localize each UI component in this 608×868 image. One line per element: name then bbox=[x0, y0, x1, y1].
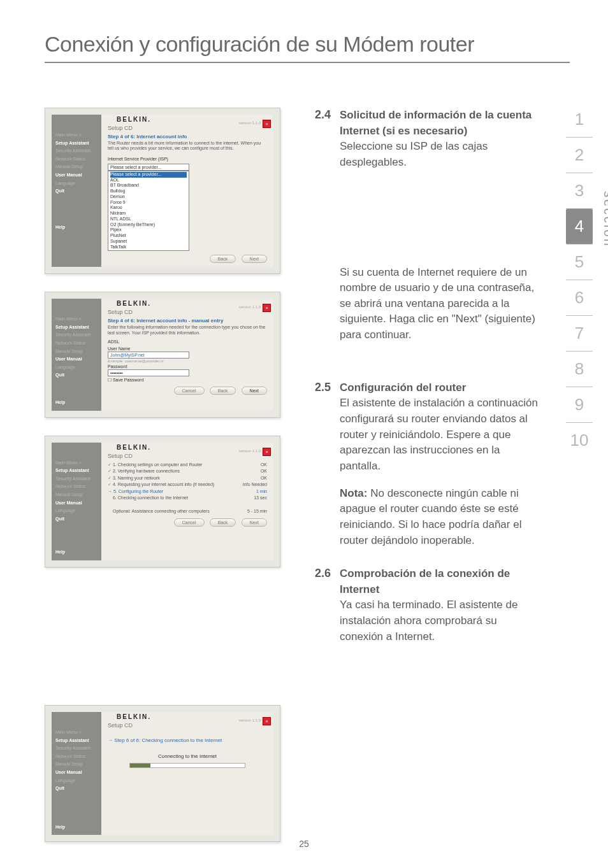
isp-opt-12[interactable]: Supanet bbox=[110, 239, 187, 245]
cancel-button[interactable]: Cancel bbox=[174, 518, 205, 527]
section-2-4-cont: Si su cuenta de Internet requiere de un … bbox=[309, 265, 538, 343]
isp-opt-9[interactable]: O2 (formerly BeThere) bbox=[110, 222, 187, 228]
brand-logo: BELKIN. bbox=[117, 116, 151, 123]
sb-network: Network Status bbox=[55, 339, 98, 348]
chapter-10: 10 bbox=[566, 423, 593, 458]
isp-opt-5[interactable]: Force 9 bbox=[110, 200, 187, 206]
isp-opt-0[interactable]: Please select a provider... bbox=[110, 172, 187, 178]
chapter-strip: 1 2 3 4 5 6 7 8 9 10 sección bbox=[566, 102, 593, 458]
back-button[interactable]: Back bbox=[210, 387, 236, 395]
next-button[interactable]: Next bbox=[242, 387, 267, 395]
screenshot-manual-entry: Main Menu > Setup Assistant Security Ass… bbox=[45, 292, 280, 417]
row3-text: 3. Naming your network bbox=[113, 476, 160, 480]
chapter-1: 1 bbox=[566, 102, 593, 138]
next-button[interactable]: Next bbox=[242, 518, 267, 527]
row5-text: 5. Configuring the Router bbox=[113, 489, 163, 494]
step-title: Step 4 of 6: Internet account info bbox=[108, 134, 267, 139]
chapter-6: 6 bbox=[566, 280, 593, 316]
sb-security: Security Assistant bbox=[55, 331, 98, 339]
isp-opt-7[interactable]: Nildram bbox=[110, 211, 187, 217]
chapter-7: 7 bbox=[566, 316, 593, 352]
section-heading: Comprobación de la conexión de Internet bbox=[340, 567, 510, 595]
section-heading: Configuración del router bbox=[340, 381, 466, 394]
note-label: Nota: bbox=[340, 487, 367, 499]
save-password-label: Save Password bbox=[113, 378, 144, 382]
section-number: 2.6 bbox=[309, 566, 331, 644]
setup-cd-header: Setup CD bbox=[108, 309, 267, 315]
sb-quit: Quit bbox=[55, 371, 98, 380]
step-desc: The Router needs a bit more information … bbox=[108, 141, 267, 152]
row-optional-status: 5 - 15 min bbox=[247, 508, 267, 515]
setup-cd-header: Setup CD bbox=[108, 125, 267, 131]
screenshot-progress: Main Menu > Setup Assistant Security Ass… bbox=[45, 436, 280, 567]
sb-setup-assistant: Setup Assistant bbox=[55, 737, 98, 745]
sb-language: Language bbox=[55, 507, 98, 515]
row1-text: 1. Checking settings on computer and Rou… bbox=[113, 462, 202, 467]
row4-status: Info Needed bbox=[243, 481, 267, 488]
sb-help: Help bbox=[55, 548, 98, 557]
back-button[interactable]: Back bbox=[210, 255, 236, 263]
sb-help: Help bbox=[55, 224, 98, 232]
close-icon[interactable]: × bbox=[263, 304, 271, 312]
sb-manual: Manual Setup bbox=[55, 348, 98, 356]
sb-network: Network Status bbox=[55, 155, 98, 164]
isp-opt-4[interactable]: Demon bbox=[110, 194, 187, 200]
step-desc: Enter the following information needed f… bbox=[108, 325, 267, 336]
chapter-5: 5 bbox=[566, 245, 593, 280]
close-icon[interactable]: × bbox=[263, 448, 271, 456]
isp-opt-8[interactable]: NTL ADSL bbox=[110, 217, 187, 222]
username-label: User Name bbox=[108, 346, 267, 351]
next-button[interactable]: Next bbox=[242, 255, 267, 263]
row2-status: OK bbox=[261, 468, 267, 475]
progress-bar bbox=[129, 763, 245, 768]
brand-logo: BELKIN. bbox=[117, 444, 151, 451]
isp-opt-13[interactable]: TalkTalk bbox=[110, 245, 187, 250]
version-label: version 1.1.0 bbox=[239, 449, 261, 453]
connecting-label: Connecting to the Internet bbox=[108, 753, 267, 759]
sb-user-manual: User Manual bbox=[55, 769, 98, 777]
isp-opt-6[interactable]: Karoo bbox=[110, 205, 187, 211]
isp-opt-11[interactable]: PlusNet bbox=[110, 233, 187, 239]
row6-status: 13 sec bbox=[254, 495, 267, 502]
username-input[interactable]: John@MyISP.net bbox=[108, 352, 189, 359]
back-button[interactable]: Back bbox=[210, 518, 236, 527]
isp-opt-2[interactable]: BT Broadband bbox=[110, 183, 187, 189]
section-2-4: 2.4 Solicitud de información de la cuent… bbox=[309, 108, 538, 171]
sb-setup-assistant: Setup Assistant bbox=[55, 467, 98, 475]
sb-setup-assistant: Setup Assistant bbox=[55, 324, 98, 332]
progress-table: ✓ 1. Checking settings on computer and R… bbox=[108, 462, 267, 515]
isp-select[interactable]: Please select a provider... bbox=[108, 164, 189, 171]
row1-status: OK bbox=[261, 462, 267, 469]
adsl-label: ADSL bbox=[108, 339, 267, 344]
section-body: Ya casi ha terminado. El asistente de in… bbox=[340, 599, 518, 642]
password-label: Password bbox=[108, 364, 267, 369]
sb-main-menu: Main Menu > bbox=[55, 459, 98, 467]
save-password-checkbox[interactable]: ☐ Save Password bbox=[108, 378, 267, 383]
sb-user-manual: User Manual bbox=[55, 355, 98, 364]
sb-security: Security Assistant bbox=[55, 744, 98, 753]
sb-quit: Quit bbox=[55, 515, 98, 523]
chapter-3: 3 bbox=[566, 173, 593, 209]
sb-main-menu: Main Menu > bbox=[55, 729, 98, 737]
sb-setup-assistant: Setup Assistant bbox=[55, 139, 98, 148]
step-title: Step 6 of 6: Checking connection to the … bbox=[114, 737, 222, 743]
isp-opt-3[interactable]: Bulldog bbox=[110, 189, 187, 194]
sb-language: Language bbox=[55, 777, 98, 785]
isp-opt-1[interactable]: AOL bbox=[110, 178, 187, 183]
section-heading: Solicitud de información de la cuenta In… bbox=[340, 109, 532, 137]
sb-security: Security Assistant bbox=[55, 147, 98, 155]
sb-user-manual: User Manual bbox=[55, 171, 98, 180]
title-rule bbox=[45, 62, 570, 63]
password-input[interactable]: •••••••• bbox=[108, 369, 189, 376]
close-icon[interactable]: × bbox=[263, 120, 271, 128]
brand-logo: BELKIN. bbox=[117, 300, 151, 307]
sb-language: Language bbox=[55, 180, 98, 188]
cancel-button[interactable]: Cancel bbox=[174, 387, 205, 395]
chapter-2: 2 bbox=[566, 138, 593, 173]
close-icon[interactable]: × bbox=[263, 717, 271, 725]
brand-logo: BELKIN. bbox=[117, 713, 151, 720]
sb-language: Language bbox=[55, 364, 98, 372]
chapter-8: 8 bbox=[566, 352, 593, 387]
isp-dropdown-list[interactable]: Please select a provider... AOL BT Broad… bbox=[108, 171, 189, 252]
isp-opt-10[interactable]: Pipex bbox=[110, 227, 187, 233]
